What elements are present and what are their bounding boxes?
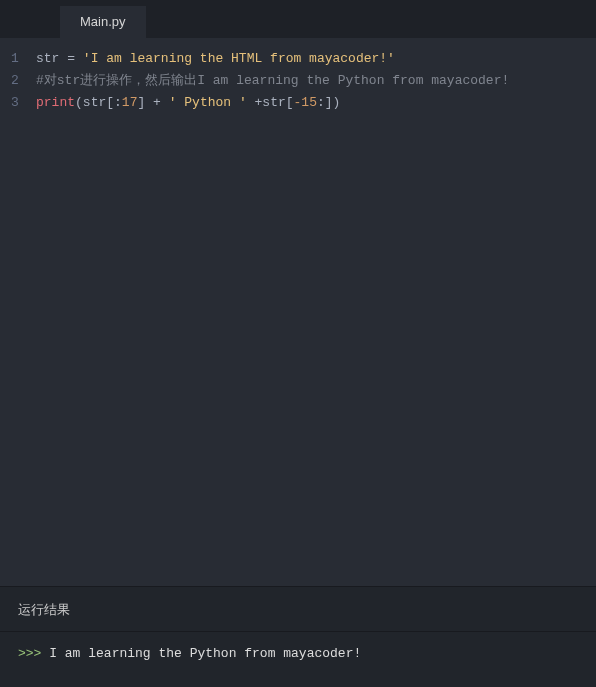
token-punct: ) xyxy=(333,95,341,110)
results-header: 运行结果 xyxy=(0,587,596,632)
token-space xyxy=(161,95,169,110)
tab-bar: Main.py xyxy=(0,0,596,38)
results-body: >>> I am learning the Python from mayaco… xyxy=(0,632,596,687)
token-variable: str xyxy=(36,51,59,66)
token-space xyxy=(75,51,83,66)
code-line[interactable]: #对str进行操作，然后输出I am learning the Python f… xyxy=(36,70,596,92)
output-prompt: >>> xyxy=(18,646,49,661)
line-gutter: 1 2 3 xyxy=(0,48,30,586)
token-space xyxy=(145,95,153,110)
token-variable: str xyxy=(83,95,106,110)
code-area[interactable]: str = 'I am learning the HTML from mayac… xyxy=(30,48,596,586)
line-number: 3 xyxy=(0,92,30,114)
token-number: -15 xyxy=(294,95,317,110)
token-punct: :] xyxy=(317,95,333,110)
token-punct: ( xyxy=(75,95,83,110)
output-text: I am learning the Python from mayacoder! xyxy=(49,646,361,661)
code-line[interactable]: str = 'I am learning the HTML from mayac… xyxy=(36,48,596,70)
results-panel: 运行结果 >>> I am learning the Python from m… xyxy=(0,586,596,687)
token-punct: [: xyxy=(106,95,122,110)
token-space xyxy=(247,95,255,110)
line-number: 2 xyxy=(0,70,30,92)
token-operator: = xyxy=(67,51,75,66)
token-builtin: print xyxy=(36,95,75,110)
token-operator: + xyxy=(153,95,161,110)
token-comment: #对str进行操作，然后输出I am learning the Python f… xyxy=(36,73,509,88)
line-number: 1 xyxy=(0,48,30,70)
token-string: ' Python ' xyxy=(169,95,247,110)
code-editor[interactable]: 1 2 3 str = 'I am learning the HTML from… xyxy=(0,38,596,586)
token-punct: [ xyxy=(286,95,294,110)
code-line[interactable]: print(str[:17] + ' Python ' +str[-15:]) xyxy=(36,92,596,114)
token-number: 17 xyxy=(122,95,138,110)
token-string: 'I am learning the HTML from mayacoder!' xyxy=(83,51,395,66)
token-variable: str xyxy=(262,95,285,110)
tab-main-py[interactable]: Main.py xyxy=(60,6,146,38)
